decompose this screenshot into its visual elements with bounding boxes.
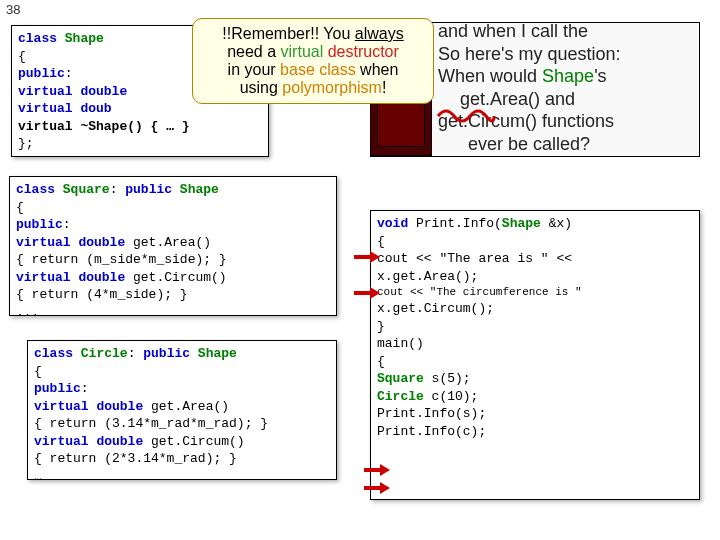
code-line: class Square: public Shape xyxy=(16,181,330,199)
keyword: virtual double xyxy=(16,235,125,250)
code-line: public: xyxy=(34,380,330,398)
term-baseclass: base class xyxy=(280,61,356,78)
shape-word: Shape xyxy=(542,66,594,86)
keyword: void xyxy=(377,216,408,231)
code-line: Print.Info(c); xyxy=(377,423,693,441)
code-line: Print.Info(s); xyxy=(377,405,693,423)
code-line: { return (4*m_side); } xyxy=(16,286,330,304)
code-line: cout << "The circumference is " xyxy=(377,285,693,300)
code-line: virtual double get.Circum() xyxy=(34,433,330,451)
arrow-icon xyxy=(364,480,390,492)
term-polymorphism: polymorphism xyxy=(282,79,382,96)
callout-line: !!Remember!! You always xyxy=(203,25,423,43)
callout-line: need a virtual destructor xyxy=(203,43,423,61)
code-line: virtual double get.Circum() xyxy=(16,269,330,287)
code-line: x.get.Area(); xyxy=(377,268,693,286)
code-line: } xyxy=(377,318,693,336)
code-line: virtual ~Shape() { … } xyxy=(18,118,262,136)
square-class-code: class Square: public Shape { public: vir… xyxy=(9,176,337,316)
emphasis: always xyxy=(355,25,404,42)
keyword: virtual double xyxy=(16,270,125,285)
classname: Circle xyxy=(81,346,128,361)
keyword: public xyxy=(18,66,65,81)
keyword: class xyxy=(16,182,63,197)
classname: Square xyxy=(377,371,424,386)
keyword: virtual double xyxy=(34,399,143,414)
code-line: … xyxy=(34,468,330,486)
arrow-icon xyxy=(354,285,380,297)
code-line: class Circle: public Shape xyxy=(34,345,330,363)
classname: Shape xyxy=(198,346,237,361)
code-line: { xyxy=(16,199,330,217)
keyword: virtual double xyxy=(34,434,143,449)
code-line: { xyxy=(34,363,330,381)
remember-callout: !!Remember!! You always need a virtual d… xyxy=(192,18,434,104)
code-line: Square s(5); xyxy=(377,370,693,388)
code-line: void Print.Info(Shape &x) xyxy=(377,215,693,233)
classname: Square xyxy=(63,182,110,197)
code-line: { return (3.14*m_rad*m_rad); } xyxy=(34,415,330,433)
keyword: class xyxy=(34,346,81,361)
classname: Shape xyxy=(180,182,219,197)
code-line: }; xyxy=(18,135,262,153)
squiggle-mark xyxy=(436,104,496,128)
question-text: and when I call the So here's my questio… xyxy=(438,20,704,155)
code-line: { xyxy=(377,353,693,371)
callout-line: using polymorphism! xyxy=(203,79,423,97)
question-line: When would Shape's xyxy=(438,65,704,88)
code-line: Circle c(10); xyxy=(377,388,693,406)
term-virtual: virtual xyxy=(281,43,324,60)
question-line: and when I call the xyxy=(438,20,704,43)
classname: Shape xyxy=(502,216,541,231)
arrow-icon xyxy=(354,249,380,261)
code-line: virtual double get.Area() xyxy=(34,398,330,416)
code-line: virtual double get.Area() xyxy=(16,234,330,252)
slide-number: 38 xyxy=(6,2,20,17)
keyword: class xyxy=(18,31,65,46)
keyword: public xyxy=(34,381,81,396)
code-line: x.get.Circum(); xyxy=(377,300,693,318)
keyword: virtual doub xyxy=(18,101,112,116)
classname: Shape xyxy=(65,31,104,46)
code-line: { return (2*3.14*m_rad); } xyxy=(34,450,330,468)
classname: Circle xyxy=(377,389,424,404)
keyword: public xyxy=(16,217,63,232)
term-destructor: destructor xyxy=(328,43,399,60)
code-line: main() xyxy=(377,335,693,353)
circle-class-code: class Circle: public Shape { public: vir… xyxy=(27,340,337,480)
code-line: ... xyxy=(16,304,330,322)
question-line: So here's my question: xyxy=(438,43,704,66)
arrow-icon xyxy=(364,462,390,474)
code-line: public: xyxy=(16,216,330,234)
main-code: void Print.Info(Shape &x) { cout << "The… xyxy=(370,210,700,500)
code-line: { return (m_side*m_side); } xyxy=(16,251,330,269)
code-text: : xyxy=(65,66,73,81)
keyword: public xyxy=(143,346,198,361)
keyword: public xyxy=(125,182,180,197)
keyword: virtual double xyxy=(18,84,127,99)
callout-line: in your base class when xyxy=(203,61,423,79)
code-line: cout << "The area is " << xyxy=(377,250,693,268)
question-line: ever be called? xyxy=(438,133,704,156)
code-line: { xyxy=(377,233,693,251)
